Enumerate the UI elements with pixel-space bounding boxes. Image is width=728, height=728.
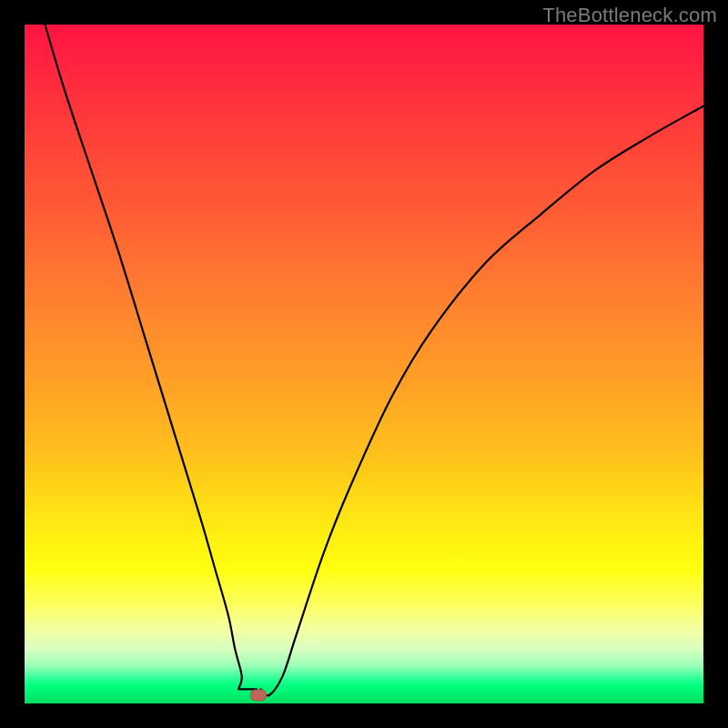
chart-container: TheBottleneck.com [0,0,728,728]
optimal-point-marker [250,690,267,702]
bottleneck-curve [45,25,703,695]
watermark-text: TheBottleneck.com [542,4,717,27]
curve-svg [25,25,703,703]
plot-area [25,25,703,703]
